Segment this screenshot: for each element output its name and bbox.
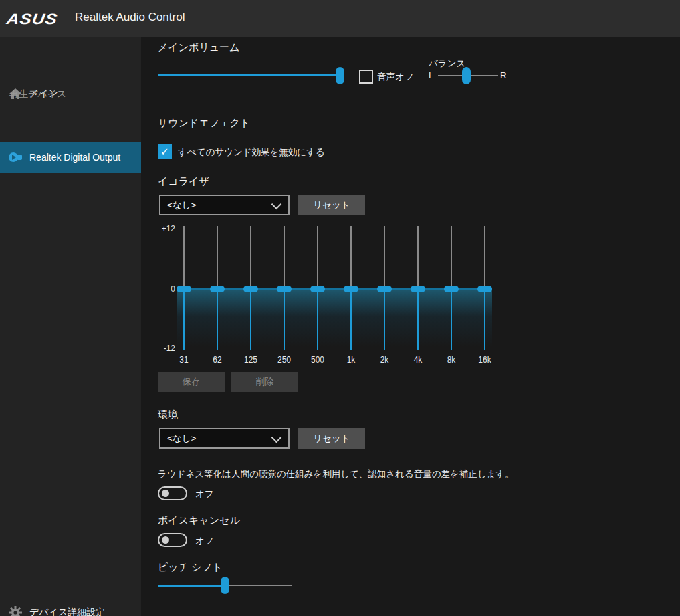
pitch-shift-heading: ピッチ シフト bbox=[158, 561, 222, 574]
equalizer-delete-button[interactable]: 削除 bbox=[231, 372, 298, 392]
equalizer-graph: +12 0 -12 31621252505001k2k4k8k16k bbox=[158, 224, 508, 368]
voice-cancel-heading: ボイスキャンセル bbox=[158, 514, 240, 527]
eq-band-125[interactable]: 125 bbox=[243, 224, 258, 368]
eq-slider-handle[interactable] bbox=[377, 286, 392, 292]
eq-track-upper bbox=[451, 226, 452, 289]
eq-slider-handle[interactable] bbox=[411, 286, 425, 292]
eq-band-4k[interactable]: 4k bbox=[411, 224, 425, 368]
eq-track-upper bbox=[284, 226, 285, 289]
sidebar-item-realtek-digital-output[interactable]: Realtek Digital Output bbox=[0, 142, 141, 173]
eq-band-16k[interactable]: 16k bbox=[477, 224, 492, 368]
eq-track-lower bbox=[183, 289, 185, 350]
eq-track-upper bbox=[317, 226, 318, 289]
voice-cancel-toggle[interactable] bbox=[158, 533, 187, 547]
eq-band-label: 8k bbox=[438, 355, 465, 365]
toggle-knob bbox=[162, 536, 169, 544]
eq-slider-handle[interactable] bbox=[477, 286, 492, 292]
eq-track-lower bbox=[217, 289, 218, 350]
pitch-shift-slider-handle[interactable] bbox=[221, 577, 229, 594]
environment-reset-button[interactable]: リセット bbox=[298, 428, 365, 449]
pitch-shift-slider-track-filled[interactable] bbox=[158, 585, 225, 587]
sidebar-item-device-advanced-settings[interactable]: デバイス詳細設定 bbox=[0, 599, 141, 616]
eq-band-label: 16k bbox=[471, 355, 498, 365]
eq-slider-handle[interactable] bbox=[310, 286, 325, 292]
eq-band-62[interactable]: 62 bbox=[210, 224, 225, 368]
eq-track-lower bbox=[350, 289, 352, 350]
eq-slider-handle[interactable] bbox=[243, 286, 258, 292]
asus-logo: ASUS bbox=[5, 11, 68, 27]
eq-band-label: 62 bbox=[204, 355, 231, 365]
app-window: ASUS Realtek Audio Control メイン 再生デバイス Re… bbox=[0, 0, 680, 616]
eq-scale-bottom: -12 bbox=[158, 344, 175, 353]
eq-band-label: 250 bbox=[271, 355, 298, 365]
sidebar-item-label: デバイス詳細設定 bbox=[29, 607, 105, 616]
gear-icon bbox=[9, 606, 22, 616]
eq-scale-mid: 0 bbox=[158, 284, 175, 294]
balance-right-label: R bbox=[500, 70, 507, 80]
eq-band-250[interactable]: 250 bbox=[277, 224, 292, 368]
equalizer-preset-value: <なし> bbox=[167, 199, 196, 211]
eq-track-upper bbox=[250, 226, 251, 289]
eq-track-lower bbox=[484, 289, 485, 350]
main-volume-heading: メインボリューム bbox=[158, 41, 239, 54]
eq-band-2k[interactable]: 2k bbox=[377, 224, 392, 368]
eq-band-1k[interactable]: 1k bbox=[344, 224, 358, 368]
eq-band-label: 31 bbox=[171, 355, 197, 365]
equalizer-preset-dropdown[interactable]: <なし> bbox=[159, 195, 290, 215]
loudness-toggle-state: オフ bbox=[195, 488, 214, 500]
eq-slider-handle[interactable] bbox=[210, 286, 225, 292]
loudness-toggle[interactable] bbox=[158, 486, 187, 500]
main-volume-slider-handle[interactable] bbox=[336, 67, 344, 84]
equalizer-save-button[interactable]: 保存 bbox=[158, 372, 225, 392]
eq-track-lower bbox=[284, 289, 285, 350]
eq-band-label: 4k bbox=[405, 355, 431, 365]
eq-band-label: 500 bbox=[304, 355, 331, 365]
chevron-down-icon bbox=[271, 433, 282, 443]
sidebar-section-playback-devices: 再生デバイス bbox=[9, 88, 66, 100]
sidebar-item-label: Realtek Digital Output bbox=[29, 152, 120, 163]
eq-band-label: 2k bbox=[371, 355, 398, 365]
eq-track-upper bbox=[484, 226, 485, 289]
loudness-description: ラウドネス等化は人間の聴覚の仕組みを利用して、認知される音量の差を補正します。 bbox=[158, 468, 514, 480]
equalizer-heading: イコライザ bbox=[158, 175, 209, 188]
title-bar: ASUS Realtek Audio Control bbox=[0, 0, 680, 37]
sound-effects-heading: サウンドエフェクト bbox=[158, 117, 250, 130]
equalizer-reset-button[interactable]: リセット bbox=[298, 195, 365, 215]
eq-scale-top: +12 bbox=[158, 224, 175, 233]
eq-track-lower bbox=[250, 289, 251, 350]
environment-preset-dropdown[interactable]: <なし> bbox=[159, 428, 290, 449]
voice-cancel-toggle-state: オフ bbox=[195, 535, 214, 547]
disable-all-effects-checkbox[interactable]: ✓ bbox=[158, 144, 172, 159]
eq-band-8k[interactable]: 8k bbox=[444, 224, 459, 368]
eq-track-lower bbox=[384, 289, 385, 350]
disable-all-effects-label: すべてのサウンド効果を無効にする bbox=[178, 146, 325, 159]
balance-slider-handle[interactable] bbox=[462, 67, 471, 84]
environment-heading: 環境 bbox=[158, 409, 178, 421]
sidebar: メイン 再生デバイス Realtek Digital Output bbox=[0, 37, 141, 616]
eq-band-500[interactable]: 500 bbox=[310, 224, 325, 368]
eq-slider-handle[interactable] bbox=[344, 286, 358, 292]
balance-left-label: L bbox=[429, 70, 434, 80]
eq-track-upper bbox=[217, 226, 218, 289]
app-title: Realtek Audio Control bbox=[75, 11, 185, 24]
eq-track-upper bbox=[350, 226, 352, 289]
environment-preset-value: <なし> bbox=[167, 433, 196, 445]
eq-band-label: 1k bbox=[338, 355, 364, 365]
mute-label: 音声オフ bbox=[377, 71, 414, 83]
main-volume-slider-track[interactable] bbox=[158, 74, 342, 76]
eq-track-lower bbox=[317, 289, 318, 350]
eq-track-lower bbox=[451, 289, 452, 350]
mute-checkbox[interactable] bbox=[359, 70, 373, 84]
eq-track-upper bbox=[417, 226, 419, 289]
eq-band-label: 125 bbox=[237, 355, 264, 365]
eq-track-lower bbox=[417, 289, 419, 350]
spdif-connector-icon bbox=[8, 152, 24, 163]
eq-track-upper bbox=[183, 226, 185, 289]
toggle-knob bbox=[162, 490, 169, 497]
eq-slider-handle[interactable] bbox=[177, 286, 191, 292]
balance-label: バランス bbox=[429, 58, 465, 70]
eq-slider-handle[interactable] bbox=[444, 286, 459, 292]
pitch-shift-slider-track[interactable] bbox=[225, 585, 292, 586]
eq-slider-handle[interactable] bbox=[277, 286, 292, 292]
eq-band-31[interactable]: 31 bbox=[177, 224, 191, 368]
